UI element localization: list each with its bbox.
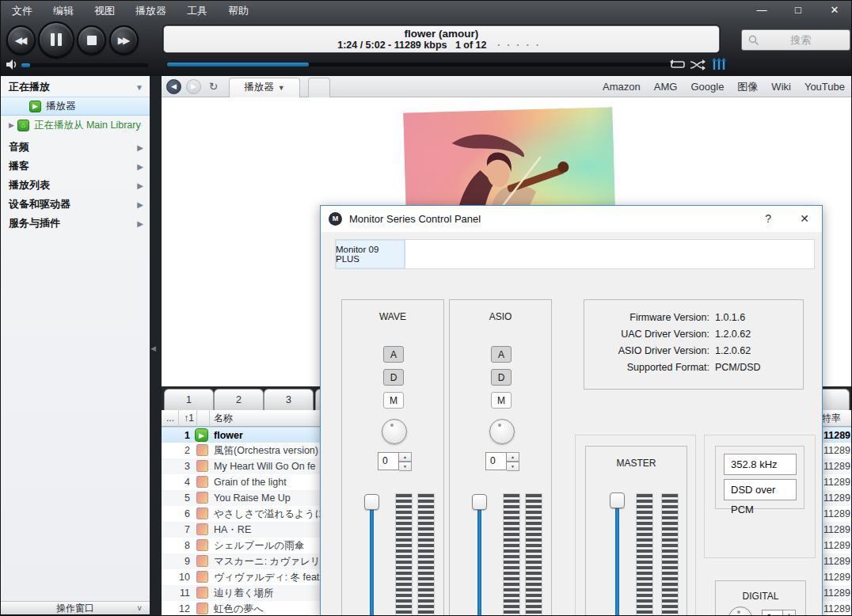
menu-player[interactable]: 播放器 — [135, 4, 166, 18]
link-amazon[interactable]: Amazon — [603, 81, 641, 93]
home-icon: ⌂ — [17, 120, 29, 131]
asio-label: ASIO — [450, 311, 551, 322]
digital-knob[interactable] — [728, 606, 752, 616]
asio-value-field[interactable]: 0 — [485, 452, 507, 470]
minimize-button[interactable]: — — [744, 1, 780, 21]
wave-m-button[interactable]: M — [383, 392, 404, 409]
wave-fader-track[interactable] — [370, 500, 374, 616]
dialog-close-button[interactable]: ✕ — [800, 212, 809, 225]
maximize-button[interactable]: □ — [780, 1, 816, 21]
sidebar-section-devices-drives[interactable]: 设备和驱动器▶ — [1, 195, 150, 214]
track-number: 5 — [162, 490, 190, 506]
sidebar-section-playing-now[interactable]: 正在播放▼ — [1, 78, 150, 97]
spin-down-icon[interactable]: ▼ — [507, 462, 519, 471]
track-bitrate: 11289 — [823, 428, 852, 443]
wave-d-button[interactable]: D — [383, 369, 404, 386]
track-bitrate: 11289 — [823, 522, 852, 538]
now-playing-display[interactable]: flower (amour) 1:24 / 5:02 - 11289 kbps … — [163, 25, 720, 53]
asio-fader-track[interactable] — [477, 500, 481, 616]
search-box — [741, 29, 850, 51]
dialog-titlebar[interactable]: M Monitor Series Control Panel — [321, 206, 822, 232]
sidebar-section-playlists[interactable]: 播放列表▶ — [1, 176, 150, 195]
column-icon[interactable] — [197, 410, 210, 427]
column-bitrate[interactable]: 比特率 — [818, 410, 852, 427]
web-links: Amazon AMG Google 图像 Wiki YouTube — [603, 76, 845, 97]
device-tab-monitor-09-plus[interactable]: Monitor 09 PLUS — [336, 240, 405, 268]
track-thumbnail — [196, 523, 208, 535]
track-thumbnail — [196, 603, 208, 614]
spin-down-icon[interactable]: ▼ — [399, 462, 412, 471]
track-bitrate: 11289 — [823, 601, 852, 616]
playlist-tab-3[interactable]: 3 — [264, 389, 314, 410]
wave-a-button[interactable]: A — [383, 346, 404, 363]
link-amg[interactable]: AMG — [654, 81, 678, 93]
link-images[interactable]: 图像 — [737, 80, 758, 94]
link-youtube[interactable]: YouTube — [804, 81, 845, 93]
menu-tools[interactable]: 工具 — [187, 4, 207, 18]
chevron-right-icon[interactable]: ▶ — [9, 121, 14, 129]
playlist-tab-1[interactable]: 1 — [164, 389, 214, 410]
dialog-help-button[interactable]: ? — [765, 212, 771, 225]
menu-view[interactable]: 视图 — [94, 4, 115, 18]
digital-value-field[interactable]: 0 — [762, 610, 783, 616]
rating-dots[interactable]: ····· — [497, 40, 546, 51]
repeat-icon[interactable] — [670, 59, 686, 70]
asio-fader-handle[interactable] — [472, 494, 487, 510]
seek-fill — [167, 63, 309, 67]
wave-knob[interactable] — [382, 419, 407, 444]
info-label: ASIO Driver Version: — [584, 343, 709, 359]
track-bitrate: 11289 — [823, 474, 852, 490]
column-menu[interactable]: ... — [162, 410, 179, 427]
sidebar-section-services-plugins[interactable]: 服务与插件▶ — [1, 214, 150, 233]
now-playing-status: 1:24 / 5:02 - 11289 kbps 1 of 12 ····· — [164, 40, 719, 51]
asio-d-button[interactable]: D — [491, 369, 512, 386]
sidebar-item-player[interactable]: ▶ 播放器 — [1, 97, 150, 116]
master-fader-handle[interactable] — [610, 492, 625, 508]
menu-help[interactable]: 帮助 — [228, 4, 249, 18]
asio-a-button[interactable]: A — [491, 346, 512, 363]
shuffle-icon[interactable] — [690, 59, 706, 70]
seek-bar[interactable] — [167, 63, 674, 67]
view-tab-player[interactable]: 播放器▼ — [229, 78, 300, 97]
asio-spinner: 0 ▲▼ — [485, 452, 519, 470]
master-fader-track[interactable] — [615, 499, 619, 616]
next-button[interactable]: ▶▶ — [109, 25, 139, 55]
pause-button[interactable] — [38, 21, 74, 58]
splitter-collapse-handle[interactable]: ◀ — [150, 343, 158, 354]
spin-up-icon[interactable]: ▲ — [783, 610, 796, 616]
chevron-right-icon: ▶ — [137, 200, 143, 209]
back-button[interactable]: ◀ — [166, 79, 181, 94]
view-tab-new[interactable] — [308, 78, 330, 97]
asio-knob[interactable] — [489, 419, 515, 444]
track-thumbnail — [196, 492, 208, 504]
rewind-icon: ◀◀ — [15, 35, 27, 46]
sidebar-section-podcasts[interactable]: 播客▶ — [1, 157, 150, 176]
menu-edit[interactable]: 编辑 — [53, 4, 74, 18]
column-sort[interactable]: ↑1 — [179, 410, 197, 427]
link-google[interactable]: Google — [690, 81, 724, 93]
menu-file[interactable]: 文件 — [12, 4, 32, 18]
volume-slider[interactable] — [21, 63, 148, 67]
link-wiki[interactable]: Wiki — [771, 81, 791, 93]
chevron-right-icon: ▶ — [137, 181, 143, 190]
dsp-studio-icon[interactable] — [712, 58, 726, 71]
wave-fader-handle[interactable] — [364, 494, 379, 510]
previous-button[interactable]: ◀◀ — [6, 25, 36, 55]
asio-m-button[interactable]: M — [491, 392, 512, 409]
playlist-tab-2[interactable]: 2 — [214, 389, 264, 410]
info-value: 1.0.1.6 — [715, 310, 745, 326]
sidebar-item-playing-from-library[interactable]: ▶ ⌂ 正在播放从 Main Library — [1, 116, 150, 135]
forward-button[interactable]: ▶ — [186, 79, 201, 94]
sidebar-section-audio[interactable]: 音频▶ — [1, 138, 150, 157]
wave-value-field[interactable]: 0 — [378, 452, 399, 470]
speaker-icon[interactable] — [6, 59, 18, 70]
spin-up-icon[interactable]: ▲ — [507, 452, 519, 462]
refresh-icon[interactable]: ↻ — [206, 79, 221, 94]
action-window-bar[interactable]: 操作窗口 ˅ — [1, 601, 150, 614]
monitor-control-panel-dialog: M Monitor Series Control Panel ? ✕ Monit… — [320, 205, 823, 616]
search-input[interactable] — [759, 34, 843, 46]
spin-up-icon[interactable]: ▲ — [399, 452, 412, 462]
close-button[interactable]: ✕ — [816, 1, 852, 21]
master-meter-right — [661, 493, 679, 616]
stop-button[interactable] — [77, 25, 106, 55]
